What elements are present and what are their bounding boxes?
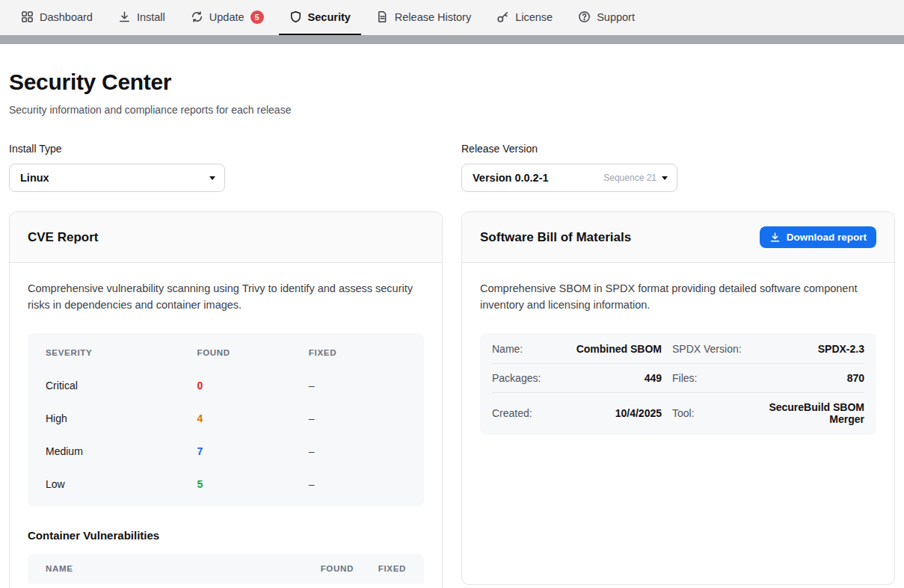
cve-report-body: Comprehensive vulnerability scanning usi… — [10, 263, 442, 588]
nav-label: Support — [597, 11, 635, 23]
nav-item-update[interactable]: Update 5 — [180, 0, 274, 35]
container-vulnerabilities-table: NAME FOUND FIXED — [28, 554, 424, 584]
chevron-down-icon — [662, 176, 668, 180]
severity-label: Low — [46, 478, 197, 490]
nav-label: Dashboard — [40, 11, 93, 23]
nav-label: Security — [308, 11, 351, 23]
detail-value: 10/4/2025 — [561, 407, 662, 419]
cve-report-card: CVE Report Comprehensive vulnerability s… — [9, 211, 443, 588]
container-table-header: NAME FOUND FIXED — [28, 554, 424, 584]
release-version-right: Sequence 21 — [603, 173, 668, 183]
grid-icon — [21, 10, 34, 23]
table-row-medium: Medium 7 – — [28, 435, 424, 468]
sbom-card: Software Bill of Materials Download repo… — [461, 211, 895, 585]
fixed-count: – — [309, 380, 406, 392]
detail-label: Name: — [492, 343, 550, 355]
install-type-field: Install Type Linux — [9, 143, 443, 192]
page-title: Security Center — [9, 69, 895, 95]
severity-table: SEVERITY FOUND FIXED Critical 0 – High 4… — [28, 333, 424, 507]
install-type-label: Install Type — [9, 143, 443, 155]
filters-row: Install Type Linux Release Version Versi… — [9, 143, 895, 192]
download-report-label: Download report — [787, 232, 867, 243]
release-version-select[interactable]: Version 0.0.2-1 Sequence 21 — [461, 164, 677, 192]
key-icon — [496, 10, 509, 23]
fixed-count: – — [309, 478, 406, 490]
severity-table-header: SEVERITY FOUND FIXED — [28, 336, 424, 369]
container-vulnerabilities-title: Container Vulnerabilities — [28, 529, 424, 542]
cve-report-title: CVE Report — [28, 230, 98, 245]
severity-label: Medium — [46, 445, 197, 457]
shield-icon — [289, 10, 302, 23]
cve-report-description: Comprehensive vulnerability scanning usi… — [28, 281, 424, 314]
column-header-name: NAME — [46, 564, 294, 573]
help-circle-icon — [578, 10, 591, 23]
detail-label: Packages: — [492, 372, 550, 384]
page-subtitle: Security information and compliance repo… — [9, 104, 895, 116]
release-version-field: Release Version Version 0.0.2-1 Sequence… — [461, 143, 895, 192]
download-report-button[interactable]: Download report — [760, 226, 876, 248]
nav-label: Release History — [395, 11, 471, 23]
nav-label: License — [515, 11, 553, 23]
download-icon — [769, 232, 781, 243]
table-row: Created: 10/4/2025 Tool: SecureBuild SBO… — [492, 393, 864, 433]
column-header-found: FOUND — [294, 564, 354, 573]
update-count-badge: 5 — [250, 10, 264, 24]
found-count: 0 — [197, 380, 308, 392]
refresh-icon — [191, 10, 203, 23]
page-divider — [0, 35, 904, 44]
table-row-critical: Critical 0 – — [28, 369, 424, 402]
install-type-value: Linux — [20, 172, 49, 184]
nav-item-release-history[interactable]: Release History — [366, 0, 482, 35]
sbom-body: Comprehensive SBOM in SPDX format provid… — [462, 263, 894, 453]
download-icon — [118, 10, 131, 23]
found-count: 7 — [197, 445, 308, 457]
nav-item-security[interactable]: Security — [279, 0, 361, 35]
severity-label: High — [46, 412, 197, 424]
sbom-title: Software Bill of Materials — [480, 230, 631, 245]
column-header-found: FOUND — [197, 348, 308, 357]
sbom-header: Software Bill of Materials Download repo… — [462, 212, 894, 263]
release-version-value: Version 0.0.2-1 — [473, 172, 549, 184]
column-header-fixed: FIXED — [309, 348, 406, 357]
found-count: 5 — [197, 478, 308, 490]
table-row: Packages: 449 Files: 870 — [492, 364, 864, 393]
detail-label: SPDX Version: — [672, 343, 753, 355]
cve-report-header: CVE Report — [10, 212, 442, 263]
cards-row: CVE Report Comprehensive vulnerability s… — [9, 211, 895, 588]
sbom-description: Comprehensive SBOM in SPDX format provid… — [480, 281, 876, 314]
chevron-down-icon — [209, 176, 215, 180]
column-header-severity: SEVERITY — [46, 348, 197, 357]
detail-label: Tool: — [672, 407, 753, 419]
detail-value: 449 — [561, 372, 662, 384]
nav-item-install[interactable]: Install — [108, 0, 176, 35]
fixed-count: – — [309, 445, 406, 457]
top-nav: Dashboard Install Update 5 Security — [0, 0, 904, 35]
nav-item-support[interactable]: Support — [568, 0, 645, 35]
detail-label: Files: — [672, 372, 753, 384]
release-version-sequence: Sequence 21 — [603, 173, 657, 183]
document-icon — [376, 10, 389, 23]
detail-value: 870 — [763, 372, 864, 384]
table-row: Name: Combined SBOM SPDX Version: SPDX-2… — [492, 335, 864, 364]
found-count: 4 — [197, 412, 308, 424]
release-version-label: Release Version — [461, 143, 895, 155]
detail-value: SPDX-2.3 — [763, 343, 864, 355]
fixed-count: – — [309, 412, 406, 424]
table-row-low: Low 5 – — [28, 468, 424, 501]
nav-item-dashboard[interactable]: Dashboard — [10, 0, 103, 35]
detail-value: Combined SBOM — [561, 343, 662, 355]
install-type-select[interactable]: Linux — [9, 164, 225, 192]
nav-item-license[interactable]: License — [486, 0, 563, 35]
severity-label: Critical — [46, 380, 197, 392]
main-content: Security Center Security information and… — [0, 44, 904, 588]
table-row-high: High 4 – — [28, 402, 424, 435]
nav-label: Install — [137, 11, 165, 23]
detail-label: Created: — [492, 407, 550, 419]
detail-value: SecureBuild SBOM Merger — [763, 401, 864, 425]
column-header-fixed: FIXED — [354, 564, 406, 573]
sbom-details-table: Name: Combined SBOM SPDX Version: SPDX-2… — [480, 333, 876, 435]
nav-label: Update — [209, 11, 245, 23]
